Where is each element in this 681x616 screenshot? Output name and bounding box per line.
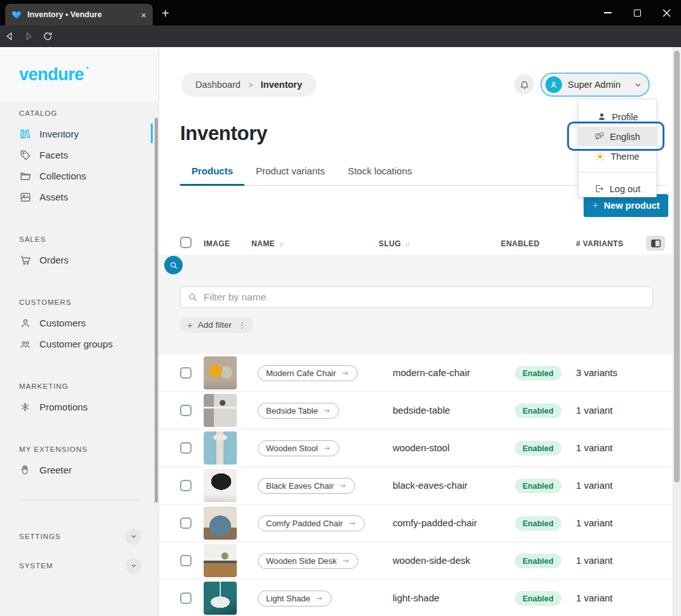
sidebar-item-orders[interactable]: Orders [19, 249, 158, 270]
minimize-button[interactable] [593, 0, 622, 25]
tab-product-variants[interactable]: Product variants [244, 165, 336, 185]
product-name-link[interactable]: Black Eaves Chair [258, 478, 355, 494]
product-slug: bedside-table [393, 405, 450, 416]
maximize-button[interactable] [622, 0, 652, 25]
variant-count: 3 variants [576, 367, 617, 378]
back-icon[interactable] [0, 27, 19, 45]
cart-icon [19, 254, 31, 266]
product-thumbnail[interactable] [204, 469, 237, 502]
product-name-link[interactable]: Modern Cafe Chair [258, 365, 358, 381]
scrollbar-thumb[interactable] [674, 51, 680, 482]
arrow-right-icon [348, 520, 356, 527]
variant-count: 1 variant [576, 555, 613, 566]
new-tab-button[interactable]: + [162, 6, 169, 21]
user-menu-button[interactable]: Super Admin [540, 73, 650, 97]
close-window-button[interactable] [652, 0, 681, 25]
product-name-link[interactable]: Wooden Side Desk [258, 553, 358, 569]
tab-stock-locations[interactable]: Stock locations [336, 165, 423, 185]
search-toggle-button[interactable] [164, 256, 183, 274]
sidebar-item-facets[interactable]: Facets [19, 144, 158, 165]
row-checkbox[interactable] [180, 592, 192, 604]
reload-icon[interactable] [38, 27, 57, 45]
row-checkbox[interactable] [180, 517, 192, 529]
kebab-menu-icon[interactable]: ⋮ [238, 320, 246, 330]
asterisk-icon [19, 401, 31, 413]
sidebar-scrollbar[interactable] [155, 118, 158, 503]
product-name: Wooden Side Desk [266, 556, 337, 566]
product-name: Comfy Padded Chair [266, 519, 343, 528]
chevron-down-icon[interactable] [125, 558, 141, 574]
column-settings-button[interactable] [646, 235, 665, 251]
table-row: Black Eaves Chair black-eaves-chair Enab… [159, 467, 672, 505]
row-checkbox[interactable] [180, 555, 192, 566]
chevron-down-icon[interactable] [125, 529, 141, 545]
row-checkbox[interactable] [180, 442, 192, 454]
product-thumbnail[interactable] [204, 582, 237, 615]
arrow-right-icon [339, 482, 347, 489]
user-icon [19, 317, 31, 329]
sidebar-item-customer-groups[interactable]: Customer groups [19, 333, 158, 354]
product-thumbnail[interactable] [204, 507, 237, 540]
window-controls [593, 0, 681, 25]
status-badge: Enabled [515, 441, 561, 456]
menu-item-language[interactable]: aA English [579, 127, 656, 146]
table-row: Wooden Side Desk wooden-side-desk Enable… [159, 542, 672, 580]
column-name[interactable]: NAME↓↑ [251, 239, 283, 248]
sidebar-section-system[interactable]: SYSTEM [19, 551, 141, 580]
breadcrumb-dashboard[interactable]: Dashboard [195, 80, 241, 90]
vendure-logo[interactable]: vendure [0, 47, 158, 102]
row-checkbox[interactable] [180, 480, 192, 491]
filter-input-wrap[interactable] [180, 286, 653, 308]
product-thumbnail[interactable] [204, 544, 237, 577]
section-my-extensions: MY EXTENSIONS Greeter [19, 445, 158, 480]
status-badge: Enabled [515, 479, 561, 493]
sidebar-item-assets[interactable]: Assets [19, 186, 158, 207]
variant-count: 1 variant [576, 592, 613, 603]
page-scrollbar[interactable] [673, 47, 681, 616]
product-slug: modern-cafe-chair [393, 367, 470, 378]
menu-item-logout[interactable]: Log out [579, 179, 656, 199]
sidebar-item-collections[interactable]: Collections [19, 165, 158, 186]
sidebar: vendure CATALOG Inventory F [0, 47, 159, 616]
sidebar-item-inventory[interactable]: Inventory [19, 123, 158, 144]
column-slug[interactable]: SLUG↓↑ [379, 239, 409, 248]
sidebar-divider [19, 500, 140, 500]
browser-tab[interactable]: Inventory • Vendure × [5, 4, 153, 25]
sidebar-item-promotions[interactable]: Promotions [19, 396, 158, 417]
variant-count: 1 variant [576, 480, 613, 491]
sidebar-item-greeter[interactable]: Greeter [19, 459, 158, 480]
arrow-right-icon [341, 370, 349, 377]
menu-item-profile[interactable]: Profile [579, 107, 656, 127]
column-variants: # VARIANTS [576, 239, 623, 248]
product-name-link[interactable]: Light Shade [258, 591, 332, 606]
search-icon [169, 261, 178, 270]
product-name: Black Eaves Chair [266, 481, 333, 491]
product-thumbnail[interactable] [204, 431, 237, 465]
tab-products[interactable]: Products [180, 165, 244, 185]
product-name-link[interactable]: Bedside Table [258, 403, 339, 419]
columns-icon [651, 239, 661, 248]
product-thumbnail[interactable] [204, 394, 237, 427]
add-filter-button[interactable]: + Add filter ⋮ [180, 317, 253, 333]
close-tab-icon[interactable]: × [141, 10, 146, 20]
product-slug: wooden-stool [393, 442, 449, 453]
sidebar-item-customers[interactable]: Customers [19, 312, 158, 333]
notifications-button[interactable] [514, 74, 534, 94]
svg-text:A: A [597, 134, 600, 137]
library-icon [19, 128, 31, 140]
product-name-link[interactable]: Wooden Stool [258, 440, 339, 456]
product-thumbnail[interactable] [204, 356, 237, 389]
select-all-checkbox[interactable] [180, 237, 192, 248]
filter-by-name-input[interactable] [204, 291, 645, 303]
product-slug: light-shade [393, 592, 439, 603]
search-icon [188, 292, 198, 302]
forward-icon[interactable] [19, 27, 38, 45]
product-name: Light Shade [266, 594, 310, 603]
section-label: CATALOG [19, 109, 158, 117]
product-name-link[interactable]: Comfy Padded Chair [258, 515, 365, 531]
row-checkbox[interactable] [180, 367, 192, 379]
row-checkbox[interactable] [180, 405, 192, 416]
breadcrumb[interactable]: Dashboard > Inventory [181, 73, 316, 97]
sidebar-section-settings[interactable]: SETTINGS [19, 522, 141, 551]
menu-item-theme[interactable]: Theme [579, 146, 656, 166]
